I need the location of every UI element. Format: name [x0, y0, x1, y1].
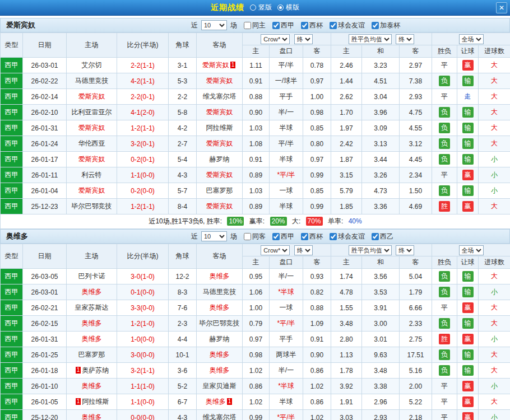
home-team-cell[interactable]: 爱斯宾奴 [67, 183, 117, 199]
home-team-cell[interactable]: 爱斯宾奴 [67, 152, 117, 167]
away-team-cell[interactable]: 爱斯宾奴 [197, 105, 243, 120]
score-cell[interactable]: 4-2(1-1) [117, 73, 169, 89]
away-team-cell[interactable]: 爱斯宾奴 [197, 167, 243, 183]
filter-laliga[interactable]: 西甲 [272, 21, 294, 30]
away-team-cell[interactable]: 皇家贝迪斯 [197, 379, 243, 394]
filter-same-home[interactable]: 同主 [244, 21, 266, 30]
laliga-checkbox[interactable] [272, 22, 280, 29]
score-cell[interactable]: 1-1(1-0) [117, 379, 169, 394]
fullmatch-select[interactable]: 全场 [459, 245, 484, 255]
filter-laliga[interactable]: 西甲 [272, 232, 294, 241]
catalunya-checkbox[interactable] [372, 22, 379, 29]
score-cell[interactable]: 1-2(1-1) [117, 120, 169, 136]
horizontal-radio-icon[interactable] [277, 4, 284, 11]
score-cell[interactable]: 1-2(1-0) [117, 316, 169, 332]
avg-final-select[interactable]: 终 [396, 34, 414, 44]
home-team-cell[interactable]: 巴塞罗那 [67, 347, 117, 363]
odds-home-cell: 0.97 [243, 332, 270, 347]
avg-final-select[interactable]: 终 [396, 245, 414, 255]
home-team-cell[interactable]: 1阿拉维斯 [67, 394, 117, 410]
copa-checkbox[interactable] [301, 233, 308, 240]
home-team-cell[interactable]: 马德里竞技 [67, 73, 117, 89]
same-home-checkbox[interactable] [244, 22, 251, 29]
home-team-cell[interactable]: 巴列卡诺 [67, 269, 117, 284]
away-team-cell[interactable]: 维戈塞尔塔 [197, 410, 243, 420]
score-cell[interactable]: 0-1(0-0) [117, 284, 169, 300]
friendly-checkbox[interactable] [330, 233, 337, 240]
filter-friendly[interactable]: 球会友谊 [330, 232, 365, 241]
score-cell[interactable]: 0-2(0-1) [117, 152, 169, 167]
score-cell[interactable]: 0-2(0-0) [117, 183, 169, 199]
score-cell[interactable]: 4-1(2-0) [117, 105, 169, 120]
away-team-cell[interactable]: 奥维多1 [197, 394, 243, 410]
away-team-cell[interactable]: 马德里竞技 [197, 284, 243, 300]
score-cell[interactable]: 3-2(0-1) [117, 136, 169, 152]
home-team-cell[interactable]: 华伦西亚 [67, 136, 117, 152]
layout-vertical-option[interactable]: 竖版 [250, 3, 272, 12]
away-team-cell[interactable]: 爱斯宾奴1 [197, 58, 243, 73]
away-team-cell[interactable]: 奥维多 [197, 300, 243, 316]
score-cell[interactable]: 2-2(1-1) [117, 58, 169, 73]
filter-same-away[interactable]: 同客 [244, 232, 266, 241]
home-team-cell[interactable]: 奥维多 [67, 379, 117, 394]
score-cell[interactable]: 3-0(0-0) [117, 347, 169, 363]
away-team-cell[interactable]: 爱斯宾奴 [197, 199, 243, 214]
home-team-cell[interactable]: 奥维多 [67, 332, 117, 347]
handicap-result-cell: 赢 [457, 199, 479, 214]
away-team-cell[interactable]: 巴塞罗那 [197, 183, 243, 199]
score-cell[interactable]: 2-2(0-1) [117, 89, 169, 105]
away-team-cell[interactable]: 奥维多 [197, 269, 243, 284]
score-cell[interactable]: 1-1(0-0) [117, 167, 169, 183]
filter-friendly[interactable]: 球会友谊 [330, 21, 365, 30]
friendly-checkbox[interactable] [330, 22, 337, 29]
same-away-checkbox[interactable] [244, 233, 251, 240]
home-team-cell[interactable]: 1奥萨苏纳 [67, 363, 117, 379]
home-team-cell[interactable]: 爱斯宾奴 [67, 89, 117, 105]
home-team-cell[interactable]: 皇家苏斯达 [67, 300, 117, 316]
home-team-cell[interactable]: 奥维多 [67, 284, 117, 300]
home-team-cell[interactable]: 奥维多 [67, 410, 117, 420]
filter-catalunya[interactable]: 加泰杯 [372, 21, 400, 30]
score-cell[interactable]: 1-2(1-1) [117, 199, 169, 214]
odds-final-select[interactable]: 终 [294, 34, 313, 44]
filter-copa[interactable]: 西杯 [301, 232, 323, 241]
score-cell[interactable]: 3-0(1-0) [117, 269, 169, 284]
filter-segunda[interactable]: 西乙 [372, 232, 393, 241]
avg-odds-select[interactable]: 胜平负均值 [349, 245, 392, 255]
laliga-checkbox[interactable] [272, 233, 280, 240]
odds-source-select[interactable]: Crow* [261, 245, 290, 255]
fullmatch-select[interactable]: 全场 [459, 34, 484, 44]
win-rate-badge: 10% [227, 217, 244, 226]
away-team-cell[interactable]: 毕尔巴鄂竞技 [197, 316, 243, 332]
home-team-cell[interactable]: 艾尔切 [67, 58, 117, 73]
score-cell[interactable]: 1-1(0-0) [117, 394, 169, 410]
home-team-cell[interactable]: 比利亚雷亚尔 [67, 105, 117, 120]
score-cell[interactable]: 3-3(0-0) [117, 300, 169, 316]
home-team-cell[interactable]: 利云特 [67, 167, 117, 183]
away-team-cell[interactable]: 阿拉维斯 [197, 120, 243, 136]
away-team-cell[interactable]: 奥维多 [197, 347, 243, 363]
away-team-cell[interactable]: 奥维多 [197, 363, 243, 379]
home-team-cell[interactable]: 奥维多 [67, 316, 117, 332]
score-cell[interactable]: 3-2(1-1) [117, 363, 169, 379]
segunda-checkbox[interactable] [372, 233, 379, 240]
odds-source-select[interactable]: Crow* [261, 34, 290, 44]
match-count-select[interactable]: 10 [201, 20, 227, 30]
odds-final-select[interactable]: 终 [294, 245, 313, 255]
close-button[interactable]: ✕ [496, 2, 507, 13]
vertical-radio-icon[interactable] [250, 4, 256, 11]
score-cell[interactable]: 0-0(0-0) [117, 410, 169, 420]
away-team-cell[interactable]: 爱斯宾奴 [197, 136, 243, 152]
away-team-cell[interactable]: 赫罗纳 [197, 332, 243, 347]
avg-odds-select[interactable]: 胜平负均值 [349, 34, 392, 44]
away-team-cell[interactable]: 维戈塞尔塔 [197, 89, 243, 105]
home-team-cell[interactable]: 毕尔巴鄂竞技 [67, 199, 117, 214]
match-count-select[interactable]: 10 [201, 231, 227, 241]
filter-copa[interactable]: 西杯 [301, 21, 323, 30]
away-team-cell[interactable]: 爱斯宾奴 [197, 73, 243, 89]
copa-checkbox[interactable] [301, 22, 308, 29]
away-team-cell[interactable]: 赫罗纳 [197, 152, 243, 167]
layout-horizontal-option[interactable]: 横版 [277, 3, 299, 12]
home-team-cell[interactable]: 爱斯宾奴 [67, 120, 117, 136]
score-cell[interactable]: 1-0(0-0) [117, 332, 169, 347]
